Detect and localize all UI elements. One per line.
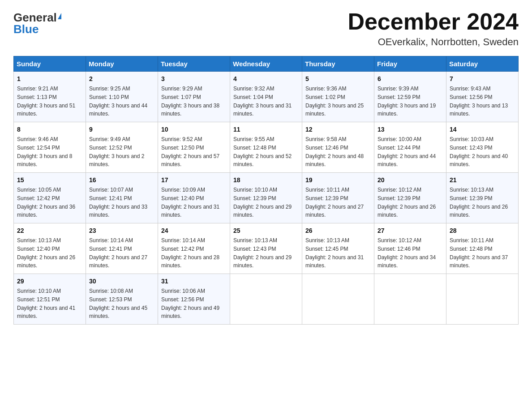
calendar-cell: 22 Sunrise: 10:13 AMSunset: 12:40 PMDayl… <box>14 223 86 274</box>
day-number: 5 <box>305 74 371 84</box>
calendar-cell: 2 Sunrise: 9:25 AMSunset: 1:10 PMDayligh… <box>86 72 158 122</box>
day-number: 27 <box>378 226 443 235</box>
day-number: 14 <box>450 125 515 134</box>
weekday-header-tuesday: Tuesday <box>158 56 230 72</box>
day-number: 23 <box>89 226 154 235</box>
calendar-cell: 4 Sunrise: 9:32 AMSunset: 1:04 PMDayligh… <box>230 72 302 122</box>
calendar-cell: 5 Sunrise: 9:36 AMSunset: 1:02 PMDayligh… <box>302 72 374 122</box>
day-number: 31 <box>161 277 227 286</box>
day-number: 7 <box>450 74 515 84</box>
day-info: Sunrise: 9:43 AMSunset: 12:56 PMDaylight… <box>450 86 508 117</box>
day-info: Sunrise: 9:49 AMSunset: 12:52 PMDaylight… <box>89 136 144 167</box>
calendar-cell: 21 Sunrise: 10:13 AMSunset: 12:39 PMDayl… <box>446 173 519 223</box>
day-info: Sunrise: 10:13 AMSunset: 12:45 PMDayligh… <box>305 237 364 269</box>
page-header: General Blue December 2024 OEverkalix, N… <box>13 9 519 48</box>
logo-blue-text: Blue <box>13 23 39 35</box>
calendar-cell: 11 Sunrise: 9:55 AMSunset: 12:48 PMDayli… <box>230 122 302 173</box>
day-info: Sunrise: 9:46 AMSunset: 12:54 PMDaylight… <box>17 136 72 167</box>
day-info: Sunrise: 10:12 AMSunset: 12:46 PMDayligh… <box>378 237 436 269</box>
calendar-cell: 23 Sunrise: 10:14 AMSunset: 12:41 PMDayl… <box>86 223 158 274</box>
weekday-header-monday: Monday <box>86 56 158 72</box>
calendar-cell: 30 Sunrise: 10:08 AMSunset: 12:53 PMDayl… <box>86 274 158 325</box>
day-number: 21 <box>450 176 515 185</box>
week-row-2: 8 Sunrise: 9:46 AMSunset: 12:54 PMDaylig… <box>14 122 519 173</box>
day-number: 10 <box>161 125 227 134</box>
calendar-cell: 26 Sunrise: 10:13 AMSunset: 12:45 PMDayl… <box>302 223 374 274</box>
day-number: 22 <box>17 226 82 235</box>
calendar-cell: 12 Sunrise: 9:58 AMSunset: 12:46 PMDayli… <box>302 122 374 173</box>
day-info: Sunrise: 9:52 AMSunset: 12:50 PMDaylight… <box>161 136 219 167</box>
calendar-cell: 1 Sunrise: 9:21 AMSunset: 1:13 PMDayligh… <box>14 72 86 122</box>
calendar-cell: 8 Sunrise: 9:46 AMSunset: 12:54 PMDaylig… <box>14 122 86 173</box>
weekday-header-thursday: Thursday <box>302 56 374 72</box>
day-info: Sunrise: 10:08 AMSunset: 12:53 PMDayligh… <box>89 288 147 319</box>
day-number: 4 <box>233 74 299 84</box>
calendar-cell: 24 Sunrise: 10:14 AMSunset: 12:42 PMDayl… <box>158 223 230 274</box>
day-number: 16 <box>89 176 154 185</box>
calendar-cell: 19 Sunrise: 10:11 AMSunset: 12:39 PMDayl… <box>302 173 374 223</box>
day-info: Sunrise: 10:13 AMSunset: 12:39 PMDayligh… <box>450 187 508 218</box>
day-number: 20 <box>378 176 443 185</box>
day-number: 1 <box>17 74 82 84</box>
day-number: 11 <box>233 125 299 134</box>
calendar-cell: 15 Sunrise: 10:05 AMSunset: 12:42 PMDayl… <box>14 173 86 223</box>
day-info: Sunrise: 10:12 AMSunset: 12:39 PMDayligh… <box>378 187 436 218</box>
calendar-cell: 28 Sunrise: 10:11 AMSunset: 12:48 PMDayl… <box>446 223 519 274</box>
day-number: 30 <box>89 277 154 286</box>
day-info: Sunrise: 9:55 AMSunset: 12:48 PMDaylight… <box>233 136 292 167</box>
calendar-cell <box>446 274 519 325</box>
weekday-header-sunday: Sunday <box>14 56 86 72</box>
calendar-cell: 7 Sunrise: 9:43 AMSunset: 12:56 PMDaylig… <box>446 72 519 122</box>
title-area: December 2024 OEverkalix, Norrbotten, Sw… <box>348 9 519 48</box>
calendar-cell: 31 Sunrise: 10:06 AMSunset: 12:56 PMDayl… <box>158 274 230 325</box>
calendar-cell: 14 Sunrise: 10:03 AMSunset: 12:43 PMDayl… <box>446 122 519 173</box>
day-info: Sunrise: 10:11 AMSunset: 12:48 PMDayligh… <box>450 237 508 269</box>
weekday-header-wednesday: Wednesday <box>230 56 302 72</box>
day-info: Sunrise: 9:32 AMSunset: 1:04 PMDaylight:… <box>233 86 292 117</box>
day-number: 6 <box>378 74 443 84</box>
day-info: Sunrise: 10:10 AMSunset: 12:51 PMDayligh… <box>17 288 75 319</box>
day-info: Sunrise: 10:13 AMSunset: 12:43 PMDayligh… <box>233 237 292 269</box>
logo-arrow-icon <box>58 13 61 19</box>
day-number: 25 <box>233 226 299 235</box>
weekday-header-saturday: Saturday <box>446 56 519 72</box>
calendar-cell: 17 Sunrise: 10:09 AMSunset: 12:40 PMDayl… <box>158 173 230 223</box>
day-number: 8 <box>17 125 82 134</box>
week-row-5: 29 Sunrise: 10:10 AMSunset: 12:51 PMDayl… <box>14 274 519 325</box>
day-info: Sunrise: 10:14 AMSunset: 12:42 PMDayligh… <box>161 237 219 269</box>
calendar-table: SundayMondayTuesdayWednesdayThursdayFrid… <box>13 56 519 325</box>
logo: General Blue <box>13 9 61 35</box>
day-info: Sunrise: 10:11 AMSunset: 12:39 PMDayligh… <box>305 187 364 218</box>
day-info: Sunrise: 10:14 AMSunset: 12:41 PMDayligh… <box>89 237 147 269</box>
calendar-title: December 2024 <box>348 9 519 34</box>
day-number: 3 <box>161 74 227 84</box>
day-number: 26 <box>305 226 371 235</box>
day-info: Sunrise: 10:09 AMSunset: 12:40 PMDayligh… <box>161 187 219 218</box>
calendar-cell: 20 Sunrise: 10:12 AMSunset: 12:39 PMDayl… <box>374 173 446 223</box>
day-number: 17 <box>161 176 227 185</box>
day-info: Sunrise: 9:25 AMSunset: 1:10 PMDaylight:… <box>89 86 147 117</box>
day-number: 2 <box>89 74 154 84</box>
calendar-subtitle: OEverkalix, Norrbotten, Sweden <box>348 36 519 48</box>
calendar-cell: 3 Sunrise: 9:29 AMSunset: 1:07 PMDayligh… <box>158 72 230 122</box>
day-info: Sunrise: 10:03 AMSunset: 12:43 PMDayligh… <box>450 136 508 167</box>
calendar-cell <box>302 274 374 325</box>
day-info: Sunrise: 10:13 AMSunset: 12:40 PMDayligh… <box>17 237 75 269</box>
calendar-cell: 13 Sunrise: 10:00 AMSunset: 12:44 PMDayl… <box>374 122 446 173</box>
calendar-cell: 16 Sunrise: 10:07 AMSunset: 12:41 PMDayl… <box>86 173 158 223</box>
day-info: Sunrise: 10:05 AMSunset: 12:42 PMDayligh… <box>17 187 75 218</box>
calendar-cell: 6 Sunrise: 9:39 AMSunset: 12:59 PMDaylig… <box>374 72 446 122</box>
week-row-4: 22 Sunrise: 10:13 AMSunset: 12:40 PMDayl… <box>14 223 519 274</box>
day-number: 19 <box>305 176 371 185</box>
day-number: 28 <box>450 226 515 235</box>
day-info: Sunrise: 9:39 AMSunset: 12:59 PMDaylight… <box>378 86 436 117</box>
day-info: Sunrise: 9:21 AMSunset: 1:13 PMDaylight:… <box>17 86 75 117</box>
calendar-cell <box>230 274 302 325</box>
day-info: Sunrise: 10:10 AMSunset: 12:39 PMDayligh… <box>233 187 292 218</box>
day-info: Sunrise: 9:36 AMSunset: 1:02 PMDaylight:… <box>305 86 364 117</box>
week-row-3: 15 Sunrise: 10:05 AMSunset: 12:42 PMDayl… <box>14 173 519 223</box>
day-number: 13 <box>378 125 443 134</box>
calendar-cell: 25 Sunrise: 10:13 AMSunset: 12:43 PMDayl… <box>230 223 302 274</box>
week-row-1: 1 Sunrise: 9:21 AMSunset: 1:13 PMDayligh… <box>14 72 519 122</box>
day-number: 18 <box>233 176 299 185</box>
